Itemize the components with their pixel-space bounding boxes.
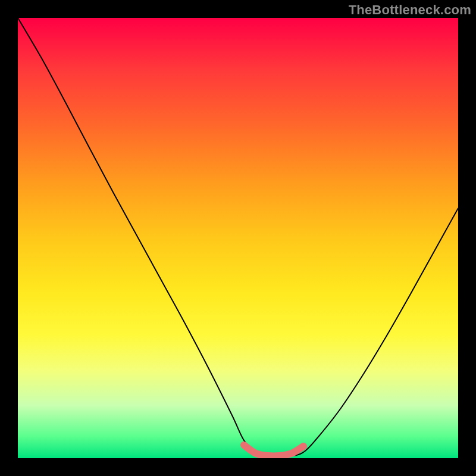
chart-svg xyxy=(18,18,458,458)
chart-stage: TheBottleneck.com xyxy=(0,0,476,476)
plateau-highlight xyxy=(244,445,303,456)
plot-area xyxy=(18,18,458,458)
attribution-text: TheBottleneck.com xyxy=(349,2,471,18)
bottleneck-curve xyxy=(18,18,458,456)
